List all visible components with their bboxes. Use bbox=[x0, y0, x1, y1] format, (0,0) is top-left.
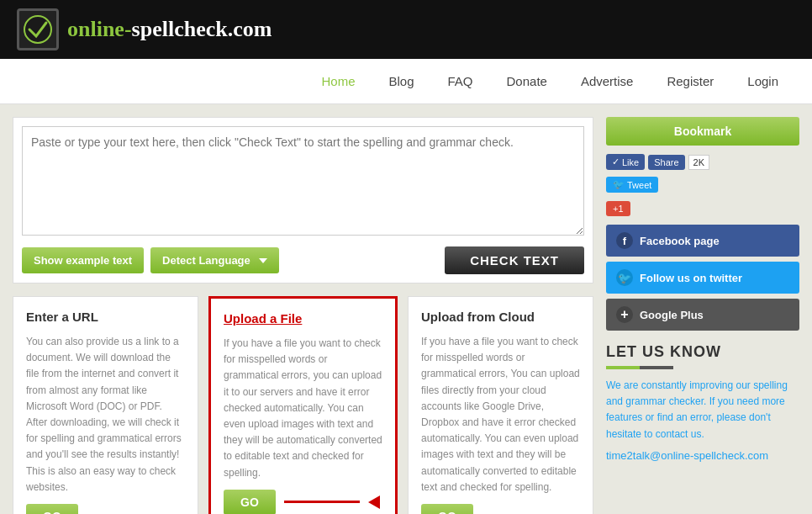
show-example-button[interactable]: Show example text bbox=[22, 247, 144, 273]
arrow-line bbox=[284, 501, 360, 503]
three-columns: Enter a URL You can also provide us a li… bbox=[13, 296, 593, 514]
nav: Home Blog FAQ Donate Advertise Register … bbox=[0, 59, 812, 104]
textarea-controls: Show example text Detect Language CHECK … bbox=[22, 246, 584, 274]
cloud-go-button[interactable]: GO bbox=[421, 504, 473, 514]
arrow-head-icon bbox=[368, 495, 380, 509]
textarea-section: Show example text Detect Language CHECK … bbox=[13, 117, 593, 283]
file-card: Upload a File If you have a file you wan… bbox=[208, 296, 398, 514]
share-label: Share bbox=[654, 157, 678, 167]
bookmark-button[interactable]: Bookmark bbox=[606, 117, 799, 146]
cloud-card-title: Upload from Cloud bbox=[421, 310, 580, 324]
contact-email[interactable]: time2talk@online-spellcheck.com bbox=[606, 449, 799, 462]
nav-home[interactable]: Home bbox=[304, 59, 372, 103]
like-button[interactable]: ✓ Like bbox=[606, 154, 645, 170]
nav-faq[interactable]: FAQ bbox=[431, 59, 490, 103]
twitter-icon: 🐦 bbox=[613, 179, 625, 190]
logo-text-main: online- bbox=[67, 17, 132, 41]
nav-blog[interactable]: Blog bbox=[372, 59, 430, 103]
chevron-down-icon bbox=[259, 258, 267, 263]
header: online-spellcheck.com bbox=[0, 0, 812, 59]
gplus-row: +1 bbox=[606, 198, 799, 216]
tweet-button[interactable]: 🐦 Tweet bbox=[606, 177, 658, 193]
cloud-card: Upload from Cloud If you have a file you… bbox=[408, 296, 593, 514]
social-links: f Facebook page 🐦 Follow us on twitter +… bbox=[606, 225, 799, 331]
url-go-button[interactable]: GO bbox=[26, 504, 78, 514]
like-label: Like bbox=[622, 157, 639, 167]
gplus-label: Google Plus bbox=[640, 309, 704, 321]
check-text-button[interactable]: CHECK TEXT bbox=[445, 246, 584, 274]
twitter-bird-icon: 🐦 bbox=[616, 269, 633, 286]
social-row: ✓ Like Share 2K bbox=[606, 154, 799, 170]
facebook-icon: f bbox=[616, 232, 633, 249]
gplus-button[interactable]: +1 bbox=[606, 201, 630, 216]
file-go-button[interactable]: GO bbox=[224, 490, 276, 514]
let-us-know-title: LET US KNOW bbox=[606, 343, 799, 361]
main-textarea[interactable] bbox=[22, 126, 584, 236]
let-us-know-section: LET US KNOW We are constantly improving … bbox=[606, 343, 799, 462]
nav-advertise[interactable]: Advertise bbox=[564, 59, 651, 103]
url-card-title: Enter a URL bbox=[26, 310, 185, 324]
facebook-label: Facebook page bbox=[640, 235, 720, 247]
cloud-card-desc: If you have a file you want to check for… bbox=[421, 334, 580, 495]
url-card: Enter a URL You can also provide us a li… bbox=[13, 296, 198, 514]
checkmark-icon: ✓ bbox=[612, 156, 620, 167]
file-card-desc: If you have a file you want to check for… bbox=[224, 336, 382, 481]
decorative-line bbox=[606, 366, 673, 369]
detect-language-label: Detect Language bbox=[162, 254, 250, 267]
main-layout: Show example text Detect Language CHECK … bbox=[0, 104, 812, 514]
left-content: Show example text Detect Language CHECK … bbox=[13, 117, 593, 514]
logo-icon bbox=[17, 8, 59, 50]
logo-text-brand: spellcheck.com bbox=[132, 17, 272, 41]
file-card-link[interactable]: Upload a File bbox=[224, 311, 302, 326]
twitter-label: Follow us on twitter bbox=[640, 272, 742, 284]
gplus-icon: + bbox=[616, 306, 633, 323]
go-arrow-row: GO bbox=[224, 490, 382, 514]
tweet-label: Tweet bbox=[627, 180, 651, 190]
facebook-link[interactable]: f Facebook page bbox=[606, 225, 799, 257]
nav-register[interactable]: Register bbox=[650, 59, 730, 103]
logo-area: online-spellcheck.com bbox=[17, 8, 272, 50]
let-us-know-text: We are constantly improving our spelling… bbox=[606, 378, 799, 442]
detect-language-button[interactable]: Detect Language bbox=[150, 247, 279, 273]
url-card-desc: You can also provide us a link to a docu… bbox=[26, 334, 185, 495]
share-button[interactable]: Share bbox=[648, 155, 684, 170]
sidebar: Bookmark ✓ Like Share 2K 🐦 Tweet +1 f bbox=[606, 117, 799, 514]
logo-text: online-spellcheck.com bbox=[67, 17, 272, 42]
logo-svg bbox=[23, 14, 53, 45]
tweet-row: 🐦 Tweet bbox=[606, 177, 799, 193]
nav-login[interactable]: Login bbox=[730, 59, 795, 103]
nav-donate[interactable]: Donate bbox=[490, 59, 564, 103]
share-count: 2K bbox=[688, 155, 709, 170]
file-card-title: Upload a File bbox=[224, 311, 382, 326]
twitter-link[interactable]: 🐦 Follow us on twitter bbox=[606, 262, 799, 294]
gplus-link[interactable]: + Google Plus bbox=[606, 299, 799, 331]
